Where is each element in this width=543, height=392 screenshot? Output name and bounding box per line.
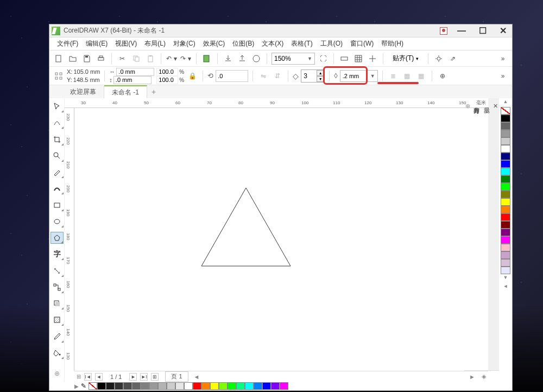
color-swatch[interactable] bbox=[132, 382, 141, 390]
undo-icon[interactable]: ↶ ▾ bbox=[166, 53, 178, 65]
color-swatch[interactable] bbox=[106, 382, 115, 390]
prev-page-button[interactable]: ◄ bbox=[95, 373, 103, 381]
color-swatch[interactable] bbox=[501, 221, 510, 229]
mirror-h-icon[interactable]: ⇋ bbox=[257, 70, 269, 82]
color-swatch[interactable] bbox=[501, 244, 510, 251]
palette-flyout-button[interactable]: ◄ bbox=[501, 283, 510, 291]
color-swatch[interactable] bbox=[501, 213, 510, 221]
tab-welcome[interactable]: 欢迎屏幕 bbox=[62, 86, 104, 98]
print-icon[interactable] bbox=[95, 53, 107, 65]
color-swatch[interactable] bbox=[501, 175, 510, 183]
rotation-input[interactable] bbox=[216, 70, 248, 82]
copy-icon[interactable] bbox=[130, 53, 142, 65]
overflow-icon[interactable]: » bbox=[497, 53, 509, 65]
menu-help[interactable]: 帮助(H) bbox=[378, 38, 407, 49]
ruler-icon[interactable] bbox=[338, 53, 350, 65]
drop-shadow-tool[interactable] bbox=[50, 298, 64, 309]
outline-width-select[interactable]: .2 mm ▼ bbox=[340, 70, 378, 82]
add-docker-icon[interactable]: ⊕ bbox=[464, 98, 471, 371]
units-icon[interactable] bbox=[53, 70, 65, 82]
lock-ratio-icon[interactable]: 🔒 bbox=[186, 70, 198, 82]
paste-icon[interactable] bbox=[144, 53, 156, 65]
color-swatch[interactable] bbox=[210, 382, 219, 390]
no-fill-swatch[interactable] bbox=[89, 382, 97, 390]
color-swatch[interactable] bbox=[158, 382, 167, 390]
menu-table[interactable]: 表格(T) bbox=[288, 38, 315, 49]
color-swatch[interactable] bbox=[228, 382, 236, 390]
artistic-media-tool[interactable] bbox=[50, 182, 64, 194]
color-swatch[interactable] bbox=[501, 122, 510, 130]
color-swatch[interactable] bbox=[280, 382, 288, 390]
color-swatch[interactable] bbox=[501, 236, 510, 244]
color-swatch[interactable] bbox=[501, 267, 510, 274]
launch-icon[interactable]: ⇗ bbox=[447, 53, 459, 65]
color-swatch[interactable] bbox=[201, 382, 210, 390]
page-tab[interactable]: 页 1 bbox=[165, 371, 188, 382]
menu-bitmap[interactable]: 位图(B) bbox=[229, 38, 257, 49]
close-button[interactable]: ✕ bbox=[496, 26, 510, 36]
polygon-sides-stepper[interactable]: ▲ ▼ bbox=[301, 69, 325, 83]
polygon-tool[interactable] bbox=[50, 232, 64, 244]
add-tab-button[interactable]: + bbox=[147, 86, 160, 97]
horizontal-ruler[interactable]: 毫米 30405060708090100110120130140150 bbox=[65, 98, 488, 108]
color-swatch[interactable] bbox=[501, 130, 510, 137]
color-swatch[interactable] bbox=[236, 382, 245, 390]
first-page-button[interactable]: I◄ bbox=[84, 373, 92, 381]
color-swatch[interactable] bbox=[501, 168, 510, 175]
canvas-viewport[interactable] bbox=[74, 108, 488, 371]
to-front-icon[interactable]: ▦ bbox=[401, 70, 413, 82]
menu-layout[interactable]: 布局(L) bbox=[141, 38, 169, 49]
color-swatch[interactable] bbox=[501, 229, 510, 236]
minimize-button[interactable]: — bbox=[454, 26, 469, 36]
height-input[interactable] bbox=[113, 76, 151, 84]
color-swatch[interactable] bbox=[175, 382, 184, 390]
to-back-icon[interactable]: ▦ bbox=[415, 70, 427, 82]
menu-view[interactable]: 视图(V) bbox=[112, 38, 140, 49]
docker-hints[interactable]: 提示 bbox=[482, 98, 492, 371]
scale-x-input[interactable] bbox=[156, 68, 178, 76]
connector-tool[interactable] bbox=[50, 281, 64, 293]
color-swatch[interactable] bbox=[501, 115, 510, 122]
add-page-button[interactable]: ⊞ bbox=[151, 373, 159, 381]
menu-tools[interactable]: 工具(O) bbox=[317, 38, 346, 49]
user-account-icon[interactable] bbox=[440, 27, 447, 35]
no-fill-swatch[interactable] bbox=[501, 107, 510, 115]
ellipse-tool[interactable] bbox=[50, 216, 64, 227]
sides-up-button[interactable]: ▲ bbox=[317, 70, 324, 76]
options-icon[interactable] bbox=[433, 53, 445, 65]
color-swatch[interactable] bbox=[501, 259, 510, 267]
text-tool[interactable]: 字 bbox=[50, 248, 64, 260]
redo-icon[interactable]: ↷ ▾ bbox=[180, 53, 192, 65]
color-swatch[interactable] bbox=[501, 145, 510, 153]
crop-tool[interactable] bbox=[50, 133, 64, 145]
color-swatch[interactable] bbox=[501, 206, 510, 213]
color-swatch[interactable] bbox=[501, 160, 510, 168]
maximize-button[interactable]: ☐ bbox=[476, 26, 490, 36]
transparency-tool[interactable] bbox=[50, 314, 64, 326]
docker-align[interactable]: 对齐与分布 bbox=[471, 98, 482, 371]
color-swatch[interactable] bbox=[193, 382, 201, 390]
open-icon[interactable] bbox=[67, 53, 79, 65]
zoom-level-select[interactable]: 150% ▼ bbox=[272, 53, 315, 65]
color-swatch[interactable] bbox=[501, 251, 510, 259]
eyedropper-icon[interactable]: ✎ bbox=[81, 382, 86, 390]
publish-icon[interactable] bbox=[250, 53, 262, 65]
color-swatch[interactable] bbox=[167, 382, 175, 390]
cut-icon[interactable]: ✂ bbox=[116, 53, 128, 65]
menu-text[interactable]: 文本(X) bbox=[258, 38, 287, 49]
snap-to-button[interactable]: 贴齐(T)▾ bbox=[388, 53, 424, 65]
last-page-button[interactable]: ►I bbox=[140, 373, 148, 381]
sides-down-button[interactable]: ▼ bbox=[317, 76, 324, 82]
color-swatch[interactable] bbox=[149, 382, 158, 390]
wrap-text-icon[interactable]: ≣ bbox=[387, 70, 399, 82]
guides-icon[interactable] bbox=[367, 53, 378, 65]
color-swatch[interactable] bbox=[262, 382, 271, 390]
search-icon[interactable] bbox=[201, 53, 213, 65]
color-swatch[interactable] bbox=[501, 137, 510, 145]
parallel-dim-tool[interactable] bbox=[50, 264, 64, 276]
triangle-shape[interactable] bbox=[197, 185, 295, 271]
new-icon[interactable] bbox=[53, 53, 65, 65]
quick-customize-icon[interactable]: ⊕ bbox=[50, 368, 64, 380]
scale-y-input[interactable] bbox=[156, 76, 178, 84]
menu-file[interactable]: 文件(F) bbox=[54, 38, 81, 49]
